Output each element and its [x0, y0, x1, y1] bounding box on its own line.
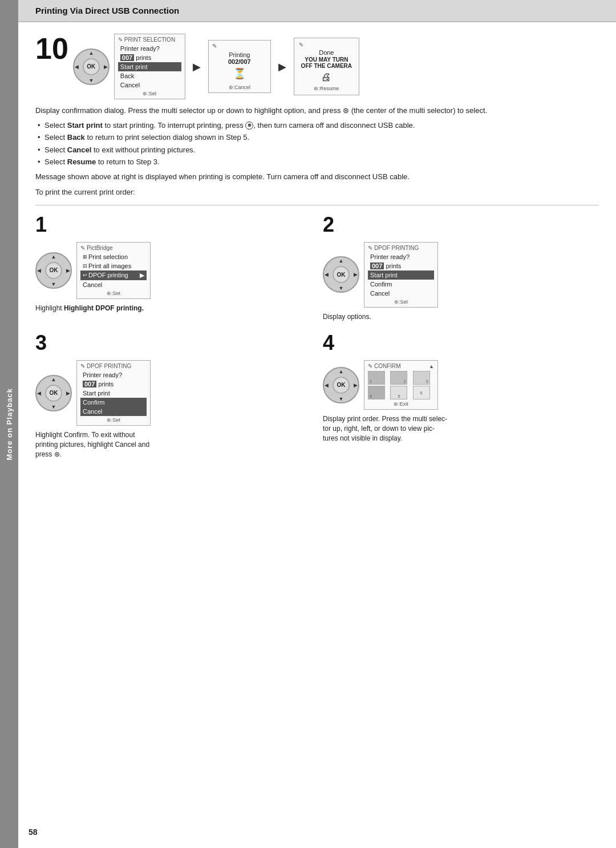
confirm-icon: ✎ — [368, 363, 372, 369]
step1-number: 1 — [35, 215, 311, 235]
screen3: ✎ DPOF PRINTING Printer ready? 007 print… — [76, 360, 151, 426]
ok-btn-3: OK — [45, 385, 62, 402]
screen10-1-cancel: Cancel — [118, 80, 181, 90]
done-line2: YOU MAY TURN — [299, 56, 354, 63]
thumb5: 5 — [390, 386, 407, 399]
screen10-2-header: ✎ — [212, 43, 267, 49]
grid-icon: ⊞ — [83, 254, 87, 260]
arrow-icon: ▶ — [140, 272, 144, 279]
thumb3: 3 — [413, 371, 430, 385]
step1-cell: 1 ▲ ▼ ◀ ▶ OK ✎ PictBri — [35, 215, 311, 322]
step10-row: 10 ▲ ▼ ◀ ▶ OK ✎ PRINT SELECTION — [35, 34, 599, 99]
thumb1: 1 — [368, 371, 385, 385]
step2-diagram: ▲ ▼ ◀ ▶ OK ✎ DPOF PRINTING Printer ready… — [323, 242, 599, 308]
screen10-1-back: Back — [118, 71, 181, 80]
ok-btn-4: OK — [333, 377, 350, 394]
screen10-1: ✎ PRINT SELECTION Printer ready? 007 pri… — [114, 34, 185, 99]
step10-desc1: Display confirmation dialog. Press the m… — [35, 105, 599, 116]
dial-arrow-down: ▼ — [88, 78, 94, 83]
done-line3: OFF THE CAMERA — [299, 63, 354, 69]
printing-label: Printing — [212, 51, 267, 58]
thumb2: 2 — [390, 371, 407, 385]
ok-dial-3: ▲ ▼ ◀ ▶ OK — [35, 375, 72, 411]
step3-diagram: ▲ ▼ ◀ ▶ OK ✎ DPOF PRINTING Printer ready… — [35, 360, 311, 426]
print-icon2: ✎ — [212, 43, 217, 49]
step1-diagram: ▲ ▼ ◀ ▶ OK ✎ PictBridge ⊞ — [35, 242, 311, 299]
ok-dial-1: ▲ ▼ ◀ ▶ OK — [35, 252, 72, 289]
step4-number: 4 — [323, 333, 599, 353]
screen1: ✎ PictBridge ⊞ Print selection ⊟ Print a… — [76, 242, 151, 299]
step10-bullet3: Select Cancel to exit without printing p… — [35, 144, 599, 156]
grid-icon2: ⊟ — [83, 263, 87, 269]
dpof-icon: ↩ — [83, 272, 87, 278]
step3-caption: Highlight Confirm. To exit without print… — [35, 430, 311, 459]
confirm-thumbnails: 1 2 3 4 5 — [368, 371, 434, 399]
step4-diagram: ▲ ▼ ◀ ▶ OK ✎ CONFIRM ▲ — [323, 360, 599, 410]
step4-cell: 4 ▲ ▼ ◀ ▶ OK ✎ CONFIRM — [323, 333, 599, 459]
dpof-item: ↩ DPOF printing ▶ — [80, 270, 147, 280]
scroll-arrow: ▲ — [429, 364, 434, 369]
print-icon3: ✎ — [299, 42, 303, 48]
dial-arrow-left: ◀ — [75, 64, 79, 70]
step4-caption: Display print order. Press the multi sel… — [323, 414, 599, 443]
arrow2: ▶ — [278, 60, 286, 73]
step10-number: 10 — [35, 34, 68, 63]
screen10-3-iconrow: ✎ — [299, 42, 354, 48]
step3-cell: 3 ▲ ▼ ◀ ▶ OK ✎ DPOF PR — [35, 333, 311, 459]
thumb6: 6 — [413, 386, 430, 399]
side-tab: More on Playback — [0, 0, 18, 848]
dial-arrow-right: ▶ — [104, 64, 108, 70]
ok-symbol1: ⊛ — [245, 122, 253, 130]
pict-icon: ✎ — [80, 245, 85, 251]
screen10-1-footer: ⊛:Set — [118, 91, 181, 96]
thumb4: 4 — [368, 386, 385, 399]
screen10-1-count: 007 prints — [118, 53, 181, 62]
hourglass-icon: ⏳ — [212, 67, 267, 80]
step2-caption: Display options. — [323, 312, 599, 322]
dial-arrow-up: ▲ — [88, 50, 94, 56]
ok-button: OK — [83, 58, 100, 75]
printing-count: 002/007 — [212, 58, 267, 65]
step10-bullet2: Select Back to return to print selection… — [35, 132, 599, 143]
dpof-icon2: ✎ — [368, 245, 372, 251]
ok-dial-2: ▲ ▼ ◀ ▶ OK — [323, 256, 359, 293]
ok-btn-2: OK — [333, 266, 350, 283]
ok-dial-4: ▲ ▼ ◀ ▶ OK — [323, 367, 359, 403]
screen4: ✎ CONFIRM ▲ 1 2 — [364, 360, 438, 410]
step3-number: 3 — [35, 333, 311, 353]
printer-icon: 🖨 — [299, 71, 354, 83]
step10-bullet1: Select Start print to start printing. To… — [35, 120, 599, 131]
ok-btn-1: OK — [45, 262, 62, 279]
step10-desc2: Message shown above at right is displaye… — [35, 171, 599, 183]
screen10-3-footer: ⊛:Resume — [299, 86, 354, 91]
main-content: Printing Via Direct USB Connection 10 ▲ … — [18, 0, 616, 848]
arrow1: ▶ — [193, 60, 201, 73]
screen2: ✎ DPOF PRINTING Printer ready? 007 print… — [364, 242, 438, 308]
screen10-1-startprint: Start print — [118, 62, 181, 71]
done-title: Done — [299, 49, 354, 56]
step1-caption: Highlight Highlight DPOF printing. — [35, 304, 311, 313]
dpof-icon3: ✎ — [80, 363, 85, 369]
divider — [35, 205, 599, 205]
print-icon: ✎ — [118, 37, 123, 43]
ok-dial-10: ▲ ▼ ◀ ▶ OK — [73, 49, 110, 85]
page-title: Printing Via Direct USB Connection — [35, 6, 179, 15]
screen10-2-footer: ⊛:Cancel — [212, 84, 267, 90]
screen10-1-line1: Printer ready? — [118, 44, 181, 53]
steps-grid: 1 ▲ ▼ ◀ ▶ OK ✎ PictBri — [35, 215, 599, 459]
step2-cell: 2 ▲ ▼ ◀ ▶ OK ✎ DPOF PR — [323, 215, 599, 322]
page-number: 58 — [29, 827, 38, 837]
step2-number: 2 — [323, 215, 599, 235]
screen10-3: ✎ Done YOU MAY TURN OFF THE CAMERA 🖨 ⊛:R… — [294, 38, 359, 95]
page-header: Printing Via Direct USB Connection — [18, 0, 616, 22]
side-tab-label: More on Playback — [5, 388, 14, 461]
step10-bullet4: Select Resume to return to Step 3. — [35, 156, 599, 168]
screen10-2: ✎ Printing 002/007 ⏳ ⊛:Cancel — [208, 40, 271, 93]
screen10-1-header: ✎ PRINT SELECTION — [118, 37, 181, 43]
step10-desc3: To print the current print order: — [35, 187, 599, 198]
